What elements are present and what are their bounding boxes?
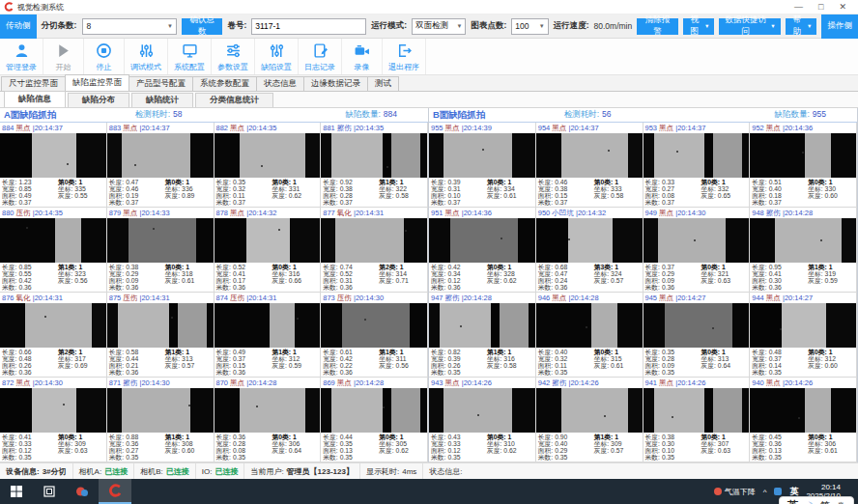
action-debug-sliders-button[interactable]: 调试模式: [125, 39, 168, 74]
task-view-button[interactable]: [33, 479, 66, 504]
defect-cell-878[interactable]: 878 黑点 |20:14:32长度: 0.52宽度: 0.41面积: 0.17…: [214, 208, 322, 293]
defect-cell-877[interactable]: 877 氧化 |20:14:31长度: 0.74宽度: 0.52面积: 0.31…: [321, 208, 428, 293]
close-button[interactable]: ✕: [839, 0, 846, 14]
chart-points-combo[interactable]: 100▼: [511, 18, 548, 35]
pinned-app-button[interactable]: [66, 479, 99, 504]
tray-app-icon[interactable]: [774, 488, 782, 495]
confirm-total-button[interactable]: 确认总数: [182, 18, 222, 35]
weather-widget[interactable]: 气温下降: [714, 487, 756, 497]
defect-cell-952[interactable]: 952 黑点 |20:14:36长度: 0.51宽度: 0.40面积: 0.18…: [750, 123, 857, 208]
clear-alarm-button[interactable]: 清除报警: [637, 18, 677, 35]
ime-simplified-toggle[interactable]: 简: [820, 499, 830, 504]
defect-cell-944[interactable]: 944 黑点 |20:14:27长度: 0.48宽度: 0.37面积: 0.14…: [750, 293, 857, 378]
tab-main-4[interactable]: 状态信息: [256, 76, 304, 91]
defect-image[interactable]: [214, 133, 321, 178]
minimize-button[interactable]: —: [794, 0, 803, 14]
roll-number-input[interactable]: [251, 18, 366, 35]
action-stop-button[interactable]: 停止: [84, 39, 125, 74]
defect-cell-875[interactable]: 875 压伤 |20:14:31长度: 0.58宽度: 0.44面积: 0.21…: [107, 293, 214, 378]
moon-icon[interactable]: ☽: [805, 500, 814, 504]
slit-count-combo[interactable]: 8▼: [82, 18, 177, 35]
action-exit-button[interactable]: 退出程序: [383, 39, 426, 74]
defect-image[interactable]: [214, 388, 321, 433]
defect-image[interactable]: [429, 218, 535, 263]
defect-image[interactable]: [536, 133, 643, 178]
defect-cell-954[interactable]: 954 黑点 |20:14:37长度: 0.46宽度: 0.38面积: 0.15…: [536, 123, 644, 208]
defect-cell-874[interactable]: 874 压伤 |20:14:31长度: 0.49宽度: 0.37面积: 0.15…: [214, 293, 322, 378]
gear-icon[interactable]: ⚙: [837, 500, 845, 504]
defect-cell-881[interactable]: 881 擦伤 |20:14:35长度: 0.92宽度: 0.38面积: 0.28…: [321, 123, 428, 208]
defect-image[interactable]: [0, 303, 106, 348]
action-play-button[interactable]: 开始: [43, 39, 84, 74]
defect-cell-873[interactable]: 873 压伤 |20:14:30长度: 0.61宽度: 0.42面积: 0.22…: [321, 293, 428, 378]
defect-cell-953[interactable]: 953 黑点 |20:14:37长度: 0.33宽度: 0.27面积: 0.08…: [644, 123, 751, 208]
defect-image[interactable]: [644, 218, 750, 263]
data-quick-access-menu-button[interactable]: 数据快捷访问▼: [719, 18, 780, 35]
defect-image[interactable]: [214, 303, 321, 348]
defect-image[interactable]: [107, 133, 214, 178]
run-mode-combo[interactable]: 双面检测▼: [412, 18, 466, 35]
defect-image[interactable]: [644, 133, 750, 178]
defect-image[interactable]: [750, 303, 856, 348]
tray-expand-chevron[interactable]: ^: [763, 488, 767, 496]
defect-cell-951[interactable]: 951 黑点 |20:14:36长度: 0.42宽度: 0.34面积: 0.12…: [429, 208, 536, 293]
tab-main-1[interactable]: 缺陷监控界面: [65, 74, 129, 91]
action-camera-button[interactable]: 录像: [342, 39, 383, 74]
defect-image[interactable]: [107, 218, 214, 263]
action-log-button[interactable]: 日志记录: [299, 39, 342, 74]
defect-cell-876[interactable]: 876 氧化 |20:14:31长度: 0.66宽度: 0.48面积: 0.26…: [0, 293, 107, 378]
defect-cell-955[interactable]: 955 黑点 |20:14:39长度: 0.39宽度: 0.31面积: 0.10…: [429, 123, 536, 208]
defect-image[interactable]: [429, 303, 535, 348]
tab-main-3[interactable]: 系统参数配置: [192, 76, 257, 91]
defect-cell-882[interactable]: 882 黑点 |20:14:35长度: 0.35宽度: 0.32面积: 0.11…: [214, 123, 322, 208]
start-button[interactable]: [0, 479, 33, 504]
defect-cell-884[interactable]: 884 黑点 |20:14:37长度: 1.23宽度: 0.85面积: 0.49…: [0, 123, 107, 208]
tab-sub-0[interactable]: 缺陷信息: [4, 91, 66, 107]
defect-cell-947[interactable]: 947 擦伤 |20:14:28长度: 0.82宽度: 0.39面积: 0.26…: [429, 293, 536, 378]
defect-cell-870[interactable]: 870 黑点 |20:14:28长度: 0.36宽度: 0.28面积: 0.08…: [214, 378, 322, 462]
defect-image[interactable]: [214, 218, 321, 263]
view-menu-button[interactable]: 视图▼: [683, 18, 715, 35]
defect-image[interactable]: [0, 218, 106, 263]
defect-cell-943[interactable]: 943 黑点 |20:14:26长度: 0.43宽度: 0.33面积: 0.12…: [429, 378, 536, 462]
tab-main-5[interactable]: 边缘数据记录: [303, 76, 368, 91]
defect-cell-941[interactable]: 941 黑点 |20:14:26长度: 0.38宽度: 0.30面积: 0.10…: [644, 378, 751, 462]
tab-main-6[interactable]: 测试: [367, 76, 399, 91]
defect-image[interactable]: [750, 388, 856, 433]
defect-cell-949[interactable]: 949 黑点 |20:14:30长度: 0.37宽度: 0.29面积: 0.09…: [644, 208, 751, 293]
defect-image[interactable]: [429, 133, 535, 178]
operate-side-button[interactable]: 操作侧: [821, 14, 858, 39]
defect-cell-945[interactable]: 945 黑点 |20:14:27长度: 0.35宽度: 0.28面积: 0.09…: [644, 293, 751, 378]
defect-cell-880[interactable]: 880 压伤 |20:14:35长度: 0.85宽度: 0.55面积: 0.42…: [0, 208, 107, 293]
tab-sub-2[interactable]: 缺陷统计: [131, 93, 193, 107]
defect-cell-950[interactable]: 950 小凹坑 |20:14:32长度: 0.68宽度: 0.47面积: 0.2…: [536, 208, 644, 293]
tab-sub-1[interactable]: 缺陷分布: [68, 93, 129, 107]
defect-image[interactable]: [536, 388, 643, 433]
defect-image[interactable]: [321, 218, 427, 263]
defect-cell-940[interactable]: 940 黑点 |20:14:26长度: 0.45宽度: 0.36面积: 0.13…: [750, 378, 857, 462]
tab-sub-3[interactable]: 分类信息统计: [195, 93, 273, 107]
tab-main-0[interactable]: 尺寸监控界面: [1, 76, 66, 91]
defect-image[interactable]: [0, 133, 106, 178]
defect-image[interactable]: [0, 388, 106, 433]
defect-cell-883[interactable]: 883 黑点 |20:14:37长度: 0.47宽度: 0.46面积: 0.19…: [107, 123, 214, 208]
defect-image[interactable]: [644, 388, 750, 433]
active-app-button[interactable]: [99, 479, 131, 504]
tab-main-2[interactable]: 产品型号配置: [129, 76, 193, 91]
defect-image[interactable]: [107, 388, 214, 433]
defect-image[interactable]: [321, 303, 427, 348]
action-params-sliders-button[interactable]: 参数设置: [212, 39, 255, 74]
defect-cell-946[interactable]: 946 黑点 |20:14:28长度: 0.40宽度: 0.32面积: 0.11…: [536, 293, 644, 378]
defect-cell-948[interactable]: 948 擦伤 |20:14:28长度: 0.95宽度: 0.41面积: 0.30…: [750, 208, 857, 293]
defect-cell-872[interactable]: 872 黑点 |20:14:30长度: 0.41宽度: 0.33面积: 0.12…: [0, 378, 107, 462]
maximize-button[interactable]: □: [818, 0, 823, 14]
ime-language-bar[interactable]: 英 ☽ 简 ⚙: [779, 496, 854, 504]
help-menu-button[interactable]: 帮助▼: [786, 18, 817, 35]
defect-cell-869[interactable]: 869 黑点 |20:14:28长度: 0.44宽度: 0.35面积: 0.13…: [321, 378, 428, 462]
defect-image[interactable]: [429, 388, 535, 433]
defect-image[interactable]: [644, 303, 750, 348]
defect-image[interactable]: [107, 303, 214, 348]
action-defect-sliders-button[interactable]: 缺陷设置: [255, 39, 299, 74]
drive-side-button[interactable]: 传动侧: [0, 14, 37, 39]
defect-image[interactable]: [321, 388, 427, 433]
